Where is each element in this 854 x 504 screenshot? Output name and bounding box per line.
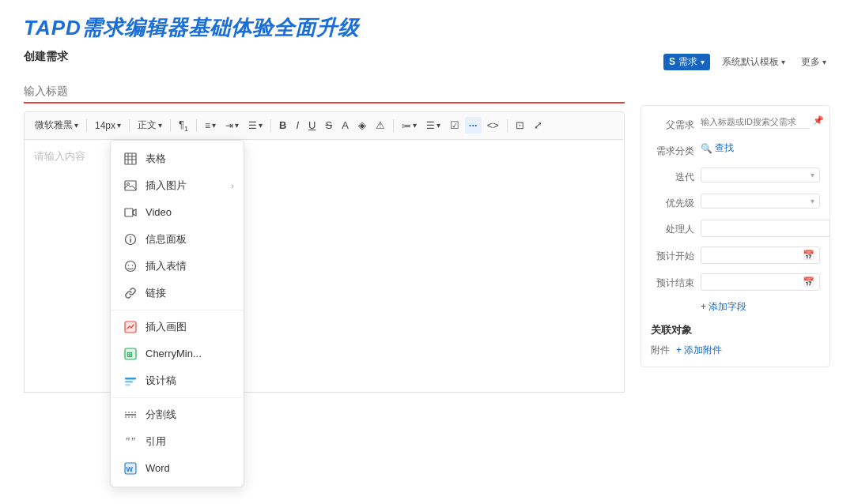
priority-label: 优先级 <box>651 194 694 210</box>
menu-quote-label: 引用 <box>145 434 166 449</box>
page-title: TAPD需求编辑器基础体验全面升级 <box>24 14 830 42</box>
toolbar-divider-1 <box>86 119 87 132</box>
add-attachment-btn[interactable]: + 添加附件 <box>676 344 722 357</box>
font-family-selector[interactable]: 微软雅黑 ▾ <box>31 116 82 134</box>
iteration-select[interactable]: ▾ <box>701 167 820 182</box>
svg-point-11 <box>126 261 136 271</box>
start-label: 预计开始 <box>651 246 694 263</box>
expand-btn[interactable]: ⊡ <box>512 117 528 134</box>
sidebar: 父需求 📌 需求分类 🔍 查找 迭代 ▾ <box>640 80 830 393</box>
highlight-button[interactable]: ◈ <box>354 117 370 134</box>
end-calendar-icon: 📅 <box>803 276 814 288</box>
text-style-selector[interactable]: 正文 ▾ <box>134 116 166 134</box>
priority-row: 优先级 ▾ <box>651 194 820 210</box>
menu-item-quote[interactable]: " " 引用 <box>111 428 244 455</box>
svg-rect-7 <box>125 209 133 216</box>
handler-input[interactable] <box>701 220 830 237</box>
menu-item-design[interactable]: 设计稿 <box>111 367 244 394</box>
menu-item-table[interactable]: 表格 <box>111 145 244 172</box>
menu-draw-label: 插入画图 <box>145 320 187 334</box>
font-color-button[interactable]: A <box>338 117 353 134</box>
editor-area: 微软雅黑 ▾ 14px ▾ 正文 ▾ ¶1 ≡ ▾ ⇥ ▾ ☰ ▾ B I U … <box>24 80 625 393</box>
cherry-icon: ⊞ <box>123 347 138 361</box>
list-selector[interactable]: ☰ ▾ <box>244 118 266 134</box>
related-label: 关联对象 <box>651 323 820 337</box>
menu-item-link[interactable]: 链接 <box>111 280 244 307</box>
handler-label: 处理人 <box>651 220 694 236</box>
svg-rect-0 <box>125 153 136 164</box>
image-arrow-icon: › <box>231 181 234 190</box>
font-size-selector[interactable]: 14px ▾ <box>91 118 125 134</box>
underline-button[interactable]: U <box>304 117 319 134</box>
menu-item-insert-image[interactable]: 插入图片 › <box>111 172 244 199</box>
menu-design-label: 设计稿 <box>145 374 176 388</box>
sidebar-form: 父需求 📌 需求分类 🔍 查找 迭代 ▾ <box>640 105 830 367</box>
parent-req-row: 父需求 📌 <box>651 115 820 132</box>
svg-text:W: W <box>127 465 134 473</box>
title-input[interactable] <box>24 80 625 103</box>
menu-table-label: 表格 <box>145 152 166 166</box>
search-icon: 🔍 <box>701 143 712 154</box>
menu-item-draw[interactable]: 插入画图 <box>111 314 244 340</box>
bold-button[interactable]: B <box>275 117 290 134</box>
category-search[interactable]: 🔍 查找 <box>701 141 734 155</box>
more-btn[interactable]: ··· <box>465 117 482 134</box>
badge-s: S <box>669 56 675 67</box>
more-dropdown[interactable]: 更多 ▾ <box>797 54 830 70</box>
start-date-input[interactable]: 📅 <box>701 246 820 264</box>
menu-sep-1 <box>111 310 244 310</box>
menu-word-label: Word <box>145 462 170 474</box>
template-dropdown[interactable]: 系统默认模板 ▾ <box>718 54 789 70</box>
strikethrough-button[interactable]: S <box>321 117 336 134</box>
table-icon <box>123 152 138 166</box>
end-label: 预计结束 <box>651 273 694 290</box>
info-icon <box>123 232 138 246</box>
svg-text:⊞: ⊞ <box>127 351 133 359</box>
menu-item-video[interactable]: Video <box>111 199 244 226</box>
menu-item-cherry[interactable]: ⊞ CherryMin... <box>111 340 244 367</box>
start-calendar-icon: 📅 <box>803 250 814 261</box>
italic-button[interactable]: I <box>292 117 303 134</box>
start-date-row: 预计开始 📅 <box>651 246 820 264</box>
svg-point-10 <box>130 236 131 238</box>
ordered-list-selector[interactable]: ≔ ▾ <box>398 118 421 134</box>
toolbar-divider-4 <box>196 119 197 132</box>
parent-req-label: 父需求 <box>651 115 694 132</box>
menu-item-word[interactable]: W Word <box>111 455 244 482</box>
menu-item-info[interactable]: 信息面板 <box>111 226 244 253</box>
svg-point-12 <box>128 265 130 266</box>
word-icon: W <box>123 461 138 476</box>
video-icon <box>123 205 138 220</box>
end-date-input[interactable]: 📅 <box>701 273 820 291</box>
handler-row: 处理人 <box>651 220 820 237</box>
menu-emoji-label: 插入表情 <box>145 259 187 273</box>
svg-rect-19 <box>125 378 136 380</box>
svg-text:": " <box>125 436 130 448</box>
paragraph-mark-btn[interactable]: ¶1 <box>175 116 192 135</box>
clear-format-button[interactable]: ⚠ <box>372 117 389 134</box>
iteration-chevron-icon: ▾ <box>811 171 814 179</box>
emoji-icon <box>123 259 138 273</box>
svg-point-13 <box>132 265 134 266</box>
table-btn[interactable]: ☑ <box>446 117 463 134</box>
fullscreen-btn[interactable]: ⤢ <box>530 117 546 134</box>
parent-req-input[interactable] <box>701 115 810 129</box>
category-row: 需求分类 🔍 查找 <box>651 141 820 158</box>
menu-item-emoji[interactable]: 插入表情 <box>111 253 244 280</box>
align-selector[interactable]: ≡ ▾ <box>201 118 220 134</box>
menu-item-divider[interactable]: 分割线 <box>111 401 244 428</box>
badge-label: 需求 <box>678 55 697 69</box>
svg-rect-5 <box>125 181 136 190</box>
indent-selector[interactable]: ⇥ ▾ <box>221 118 243 134</box>
priority-select[interactable]: ▾ <box>701 194 820 209</box>
badge-button[interactable]: S 需求 ▾ <box>663 54 710 70</box>
add-field-btn[interactable]: + 添加字段 <box>651 300 820 314</box>
code-btn[interactable]: <> <box>483 117 503 134</box>
editor-placeholder: 请输入内容 <box>34 150 85 162</box>
editor-body[interactable]: 请输入内容 表格 <box>24 140 625 393</box>
unordered-list-selector[interactable]: ☰ ▾ <box>422 118 444 134</box>
toolbar-divider-7 <box>507 119 508 132</box>
menu-cherry-label: CherryMin... <box>145 348 202 359</box>
more-chevron-icon: ▾ <box>822 58 826 66</box>
pin-icon[interactable]: 📌 <box>813 115 824 126</box>
